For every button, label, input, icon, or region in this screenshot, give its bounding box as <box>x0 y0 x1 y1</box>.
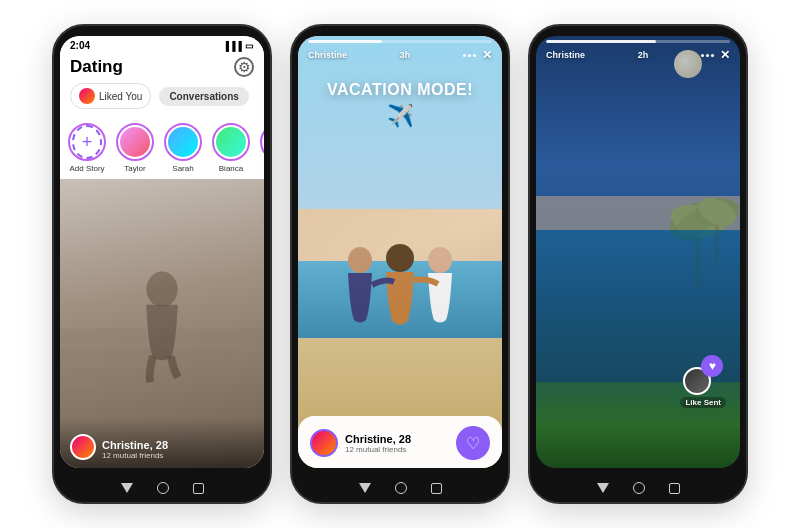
phone-2: Christine 3h ✕ VACATION MODE! ✈️ <box>290 24 510 504</box>
story-text-info-2: Christine, 28 12 mutual friends <box>345 433 411 454</box>
home-button-3[interactable] <box>633 482 645 494</box>
like-sent-heart: ♥ <box>701 355 723 377</box>
phone-2-nav <box>292 474 508 502</box>
svg-point-4 <box>146 272 177 307</box>
tab-conversations[interactable]: Conversations <box>159 87 248 106</box>
story-controls-3: ✕ <box>701 49 730 61</box>
svg-rect-2 <box>60 368 207 383</box>
more-icon-2[interactable] <box>463 54 476 57</box>
sarah-avatar <box>168 127 198 157</box>
phone-3-nav <box>530 474 746 502</box>
bianca-avatar <box>216 127 246 157</box>
heart-filled-icon: ♥ <box>709 359 716 373</box>
profile-name: Christine, 28 <box>102 439 168 451</box>
back-button-3[interactable] <box>597 483 609 493</box>
bianca-ring <box>212 123 250 161</box>
story-controls-2: ✕ <box>463 49 492 61</box>
story-time-3: 2h <box>638 50 649 60</box>
close-icon-2[interactable]: ✕ <box>482 49 492 61</box>
back-button-2[interactable] <box>359 483 371 493</box>
story-statusbar-2: Christine 3h ✕ <box>298 43 502 63</box>
story-sp[interactable]: Sp... <box>260 123 264 173</box>
story-sarah[interactable]: Sarah <box>164 123 202 173</box>
story-avatar-2 <box>310 429 338 457</box>
conversations-label: Conversations <box>169 91 238 102</box>
story-name-2: Christine, 28 <box>345 433 411 445</box>
taylor-avatar <box>120 127 150 157</box>
status-time-1: 2:04 <box>70 40 90 51</box>
dot-3 <box>473 54 476 57</box>
liked-avatar <box>79 88 95 104</box>
phone-1: 2:04 ▐▐▐ ▭ Dating Liked You Conversation… <box>52 24 272 504</box>
dot-5 <box>706 54 709 57</box>
story-taylor[interactable]: Taylor <box>116 123 154 173</box>
svg-rect-3 <box>60 387 178 402</box>
phone-2-screen: Christine 3h ✕ VACATION MODE! ✈️ <box>298 36 502 468</box>
tab-bar: Liked You Conversations <box>60 83 264 117</box>
tab-liked-you[interactable]: Liked You <box>70 83 151 109</box>
profile-mini-avatar <box>70 434 96 460</box>
profile-card[interactable]: Christine, 28 12 mutual friends <box>60 179 264 468</box>
back-button-1[interactable] <box>121 483 133 493</box>
story-statusbar-3: Christine 2h ✕ <box>536 43 740 63</box>
like-sent-group: ♥ Like Sent <box>680 355 726 408</box>
battery-icon: ▭ <box>245 41 254 51</box>
taylor-label: Taylor <box>124 164 145 173</box>
heart-icon-2: ♡ <box>466 434 480 453</box>
story-bottom-2: Christine, 28 12 mutual friends ♡ <box>298 416 502 468</box>
dot-2 <box>468 54 471 57</box>
phone-3-screen: Christine 2h ✕ ♥ <box>536 36 740 468</box>
add-ring: + <box>68 123 106 161</box>
taylor-ring <box>116 123 154 161</box>
dot-1 <box>463 54 466 57</box>
add-label: Add Story <box>69 164 104 173</box>
recents-button-2[interactable] <box>431 483 442 494</box>
story-add[interactable]: + Add Story <box>68 123 106 173</box>
bianca-label: Bianca <box>219 164 243 173</box>
phone-2-overlay: Christine 3h ✕ VACATION MODE! ✈️ <box>298 36 502 468</box>
signal-icon: ▐▐▐ <box>223 41 242 51</box>
story-person-info-2: Christine, 28 12 mutual friends <box>310 429 411 457</box>
recents-button-1[interactable] <box>193 483 204 494</box>
like-sent-label: Like Sent <box>680 397 726 408</box>
dot-6 <box>711 54 714 57</box>
profile-overlay: Christine, 28 12 mutual friends <box>60 418 264 468</box>
like-sent-avatars: ♥ <box>683 355 723 395</box>
phone-1-screen: 2:04 ▐▐▐ ▭ Dating Liked You Conversation… <box>60 36 264 468</box>
sarah-ring <box>164 123 202 161</box>
story-mutual-2: 12 mutual friends <box>345 445 411 454</box>
add-icon: + <box>72 125 102 159</box>
story-person-2: Christine <box>308 50 347 60</box>
dating-header: Dating <box>60 53 264 83</box>
sp-ring <box>260 123 264 161</box>
story-time-2: 3h <box>400 50 411 60</box>
profile-info: Christine, 28 12 mutual friends <box>102 439 168 460</box>
more-icon-3[interactable] <box>701 54 714 57</box>
like-button-2[interactable]: ♡ <box>456 426 490 460</box>
phone-1-nav <box>54 474 270 502</box>
recents-button-3[interactable] <box>669 483 680 494</box>
story-bianca[interactable]: Bianca <box>212 123 250 173</box>
stories-row: + Add Story Taylor Sarah Bianc <box>60 117 264 179</box>
home-button-1[interactable] <box>157 482 169 494</box>
sarah-label: Sarah <box>172 164 193 173</box>
phone-3: Christine 2h ✕ ♥ <box>528 24 748 504</box>
profile-mutual: 12 mutual friends <box>102 451 168 460</box>
plane-emoji: ✈️ <box>298 103 502 129</box>
settings-icon[interactable] <box>234 57 254 77</box>
liked-label: Liked You <box>99 91 142 102</box>
close-icon-3[interactable]: ✕ <box>720 49 730 61</box>
vacation-text: VACATION MODE! <box>298 81 502 99</box>
dot-4 <box>701 54 704 57</box>
story-person-3: Christine <box>546 50 585 60</box>
status-icons-1: ▐▐▐ ▭ <box>223 41 254 51</box>
status-bar-1: 2:04 ▐▐▐ ▭ <box>60 36 264 53</box>
app-title: Dating <box>70 57 123 77</box>
home-button-2[interactable] <box>395 482 407 494</box>
phone-3-overlay: Christine 2h ✕ ♥ <box>536 36 740 468</box>
